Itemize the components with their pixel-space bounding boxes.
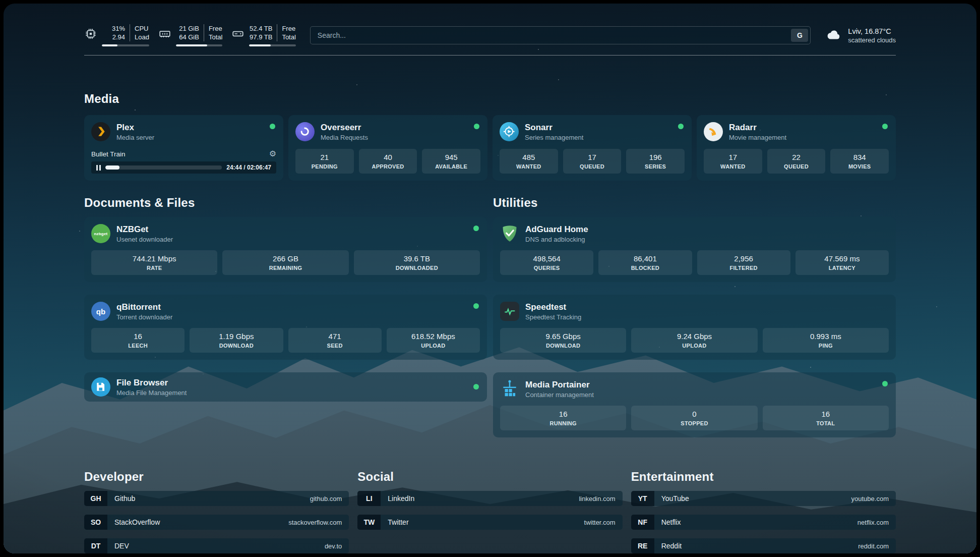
weather-condition: scattered clouds bbox=[848, 36, 896, 44]
background-snow-specks bbox=[4, 4, 5, 5]
app-name: Radarr bbox=[729, 123, 786, 133]
stat-wanted: 17 WANTED bbox=[704, 149, 762, 174]
cloud-icon bbox=[825, 28, 843, 43]
app-card-speedtest[interactable]: Speedtest Speedtest Tracking 9.65 Gbps D… bbox=[493, 295, 896, 360]
status-dot-online bbox=[882, 381, 888, 386]
memory-total: 64 GiB bbox=[179, 33, 199, 41]
app-name: Plex bbox=[116, 123, 154, 133]
weather-location: Lviv, 16.87°C bbox=[848, 27, 896, 35]
memory-total-label: Total bbox=[209, 33, 222, 41]
stat-remaining: 266 GB REMAINING bbox=[222, 250, 348, 275]
stat-movies: 834 MOVIES bbox=[830, 149, 889, 174]
app-subtitle: Media server bbox=[116, 134, 154, 141]
stat-latency: 47.569 ms LATENCY bbox=[795, 250, 889, 275]
disk-free-label: Free bbox=[282, 24, 295, 33]
search-engine-button[interactable]: G bbox=[791, 29, 808, 42]
app-card-overseerr[interactable]: Overseerr Media Requests 21 PENDING 40 A… bbox=[288, 115, 487, 181]
app-subtitle: Media Requests bbox=[321, 134, 368, 141]
cpu-usage-bar bbox=[102, 44, 149, 46]
app-name: NZBGet bbox=[116, 225, 173, 235]
disk-total-label: Total bbox=[282, 33, 295, 41]
overseerr-icon bbox=[295, 122, 315, 141]
disk-total: 97.9 TB bbox=[250, 33, 272, 41]
weather-widget: Lviv, 16.87°C scattered clouds bbox=[825, 27, 896, 44]
stackoverflow-icon: SO bbox=[84, 515, 107, 530]
memory-free: 21 GiB bbox=[179, 24, 199, 33]
bookmark-dev[interactable]: DT DEV dev.to bbox=[84, 538, 349, 553]
cpu-load-label: Load bbox=[135, 33, 149, 41]
stat-queued: 22 QUEUED bbox=[767, 149, 826, 174]
stat-leech: 16 LEECH bbox=[91, 328, 185, 353]
bookmark-group-social: Social LI LinkedIn linkedin.com TW Twitt… bbox=[357, 470, 622, 553]
bookmark-twitter[interactable]: TW Twitter twitter.com bbox=[357, 515, 622, 530]
app-subtitle: Usenet downloader bbox=[116, 236, 173, 243]
app-name: AdGuard Home bbox=[525, 225, 588, 235]
app-card-radarr[interactable]: Radarr Movie management 17 WANTED 22 QUE… bbox=[697, 115, 896, 181]
bookmark-github[interactable]: GH Github github.com bbox=[84, 491, 349, 506]
cpu-widget: 31% 2.94 CPU Load bbox=[84, 24, 149, 46]
section-title-developer: Developer bbox=[84, 470, 349, 484]
gear-icon[interactable]: ⚙ bbox=[269, 150, 276, 158]
netflix-icon: NF bbox=[631, 515, 654, 530]
stat-stopped: 0 STOPPED bbox=[631, 406, 757, 430]
sonarr-icon bbox=[500, 122, 519, 141]
section-documents: Documents & Files nzbget NZBGet Usenet d… bbox=[84, 196, 487, 437]
app-subtitle: DNS and adblocking bbox=[525, 236, 588, 243]
app-subtitle: Speedtest Tracking bbox=[525, 313, 581, 321]
stat-blocked: 86,401 BLOCKED bbox=[598, 250, 692, 275]
section-title-documents: Documents & Files bbox=[84, 196, 487, 210]
app-subtitle: Series management bbox=[525, 134, 583, 141]
stat-series: 196 SERIES bbox=[626, 149, 685, 174]
memory-widget: 21 GiB 64 GiB Free Total bbox=[158, 24, 222, 46]
memory-usage-bar bbox=[176, 44, 222, 46]
app-card-plex[interactable]: Plex Media server Bullet Train ⚙ 24:44 /… bbox=[84, 115, 283, 181]
bookmark-youtube[interactable]: YT YouTube youtube.com bbox=[631, 491, 896, 506]
cpu-label: CPU bbox=[135, 24, 149, 33]
bookmark-linkedin[interactable]: LI LinkedIn linkedin.com bbox=[357, 491, 622, 506]
cpu-icon bbox=[84, 27, 97, 40]
app-name: Media Portainer bbox=[525, 380, 594, 390]
system-metrics: 31% 2.94 CPU Load bbox=[84, 24, 296, 46]
app-card-adguard[interactable]: AdGuard Home DNS and adblocking 498,564 … bbox=[493, 217, 896, 282]
app-card-filebrowser[interactable]: File Browser Media File Management bbox=[84, 372, 487, 402]
status-dot-online bbox=[473, 226, 479, 231]
disk-usage-bar bbox=[249, 44, 295, 46]
app-subtitle: Media File Management bbox=[116, 389, 187, 397]
stat-wanted: 485 WANTED bbox=[500, 149, 558, 174]
section-title-social: Social bbox=[357, 470, 622, 484]
status-dot-online bbox=[678, 124, 684, 129]
app-card-sonarr[interactable]: Sonarr Series management 485 WANTED 17 Q… bbox=[493, 115, 692, 181]
memory-free-label: Free bbox=[209, 24, 222, 33]
playback-bar[interactable]: 24:44 / 02:06:47 bbox=[91, 161, 276, 174]
bookmark-netflix[interactable]: NF Netflix netflix.com bbox=[631, 515, 896, 530]
vertical-divider bbox=[277, 24, 277, 41]
stat-downloaded: 39.6 TB DOWNLOADED bbox=[354, 250, 480, 275]
app-name: Overseerr bbox=[321, 123, 368, 133]
pause-icon[interactable] bbox=[96, 165, 101, 171]
app-card-qbittorrent[interactable]: qb qBittorrent Torrent downloader 16 bbox=[84, 295, 487, 360]
section-title-utilities: Utilities bbox=[493, 196, 896, 210]
disk-free: 52.4 TB bbox=[250, 24, 272, 33]
app-card-nzbget[interactable]: nzbget NZBGet Usenet downloader 744.21 M… bbox=[84, 217, 487, 282]
adguard-icon bbox=[500, 224, 519, 243]
stat-approved: 40 APPROVED bbox=[359, 149, 417, 174]
search-bar: G bbox=[310, 26, 811, 44]
stat-filtered: 2,956 FILTERED bbox=[697, 250, 790, 275]
bookmark-reddit[interactable]: RE Reddit reddit.com bbox=[631, 538, 896, 553]
bookmark-group-entertainment: Entertainment YT YouTube youtube.com NF … bbox=[631, 470, 896, 553]
app-card-portainer[interactable]: Media Portainer Container management 16 … bbox=[493, 372, 896, 437]
search-input[interactable] bbox=[310, 26, 811, 44]
stat-queued: 17 QUEUED bbox=[563, 149, 622, 174]
now-playing-title: Bullet Train bbox=[91, 150, 126, 158]
vertical-divider bbox=[130, 24, 130, 41]
nzbget-icon: nzbget bbox=[91, 224, 110, 243]
status-dot-online bbox=[474, 124, 479, 129]
dashboard-screen: 31% 2.94 CPU Load bbox=[4, 4, 976, 553]
app-subtitle: Container management bbox=[525, 391, 594, 399]
stat-available: 945 AVAILABLE bbox=[422, 149, 480, 174]
header-divider bbox=[84, 55, 896, 55]
stat-upload: 618.52 Mbps UPLOAD bbox=[387, 328, 480, 353]
section-title-media: Media bbox=[84, 92, 896, 106]
disk-icon bbox=[231, 27, 244, 40]
bookmark-stackoverflow[interactable]: SO StackOverflow stackoverflow.com bbox=[84, 515, 349, 530]
